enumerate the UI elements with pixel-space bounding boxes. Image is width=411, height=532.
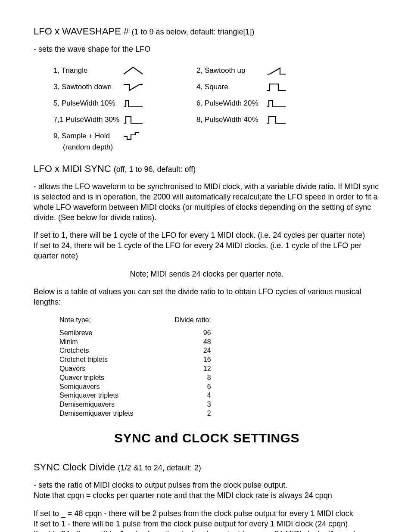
divide-ratio-table-wrap: Note type; Divide ratio; Semibreve96Mini… <box>59 315 380 418</box>
section-heading-lfo-waveshape: LFO x WAVESHAPE # (1 to 9 as below, defa… <box>34 25 380 37</box>
sync-p1b: Note that cpqn = clocks per quarter note… <box>34 491 332 500</box>
divide-ratio-cell: 6 <box>134 383 211 392</box>
divide-ratio-cell: 8 <box>134 373 211 383</box>
heading-range: (1 to 9 as below, default: triangle[1]) <box>131 28 254 36</box>
heading-range: (1/2 &1 to 24, default: 2) <box>118 464 201 472</box>
document-page: LFO x WAVESHAPE # (1 to 9 as below, defa… <box>0 0 411 532</box>
heading-main: LFO x WAVESHAPE # <box>34 26 131 37</box>
divide-ratio-cell: 16 <box>134 355 211 364</box>
pulsewidth-10-icon <box>122 99 148 108</box>
note-type-cell: Demisemiquavers <box>59 400 134 409</box>
table-row: Quavers12 <box>59 364 211 373</box>
table-row: Demisemiquavers3 <box>59 400 211 409</box>
pulsewidth-40-icon <box>265 115 291 124</box>
wave-label: 2, Sawtooth up <box>196 66 265 75</box>
table-row: Crotchets24 <box>59 346 211 355</box>
heading-range: (off, 1 to 96, default: off) <box>114 165 196 174</box>
waveshape-row: 9, Sample + Hold <box>53 128 380 144</box>
divide-ratio-cell: 4 <box>134 391 211 400</box>
note-type-cell: Crotchets <box>59 346 134 355</box>
midisync-table-intro: Below is a table of values you can set t… <box>34 287 380 308</box>
note-type-cell: Quavers <box>59 364 134 373</box>
heading-main: LFO x MIDI SYNC <box>34 163 114 174</box>
table-header-divide-ratio: Divide ratio; <box>134 315 211 329</box>
midisync-p2a: If set to 1, there will be 1 cycle of th… <box>34 231 365 240</box>
sawtooth-up-icon <box>265 66 291 75</box>
note-type-cell: Crotchet triplets <box>59 355 134 364</box>
sync-settings-title: SYNC and CLOCK SETTINGS <box>34 429 380 447</box>
waveshape-grid: 1, Triangle 2, Sawtooth up 3, Sawtooth d… <box>53 62 380 152</box>
divide-ratio-table: Note type; Divide ratio; Semibreve96Mini… <box>59 315 211 418</box>
wave-label: 7,1 PulseWidth 30% <box>53 115 122 124</box>
wave-label: 6, PulseWidth 20% <box>196 99 265 108</box>
note-type-cell: Semiquaver triplets <box>59 391 134 400</box>
divide-ratio-cell: 2 <box>134 409 211 418</box>
wave-label: 3, Sawtooth down <box>53 82 122 92</box>
wave-label: 4, Square <box>196 82 265 92</box>
divide-ratio-cell: 96 <box>134 329 211 338</box>
waveshape-desc: - sets the wave shape for the LFO <box>34 44 380 55</box>
sync-p2b: If set to 1 - there will be 1 pulse from… <box>34 520 348 528</box>
divide-ratio-cell: 48 <box>134 338 211 347</box>
table-header-note-type: Note type; <box>59 315 134 329</box>
sync-p1a: - sets the ratio of MIDI clocks to outpu… <box>34 481 287 489</box>
wave-label: 9, Sample + Hold <box>53 131 122 141</box>
waveshape-row: 3, Sawtooth down 4, Square <box>53 79 380 95</box>
midisync-p2b: If set to 24, there will be 1 cycle of t… <box>34 241 361 260</box>
note-type-cell: Semibreve <box>59 329 134 338</box>
midisync-p1: - allows the LFO waveform to be synchron… <box>34 182 380 223</box>
wave-sublabel: (random depth) <box>63 143 380 152</box>
square-wave-icon <box>265 82 291 92</box>
sync-p2c: If set to 24 - there will be 1 pulse fro… <box>34 529 356 532</box>
sample-hold-icon <box>122 131 148 141</box>
note-type-cell: Semiquavers <box>59 383 134 392</box>
waveshape-row: 7,1 PulseWidth 30% 8, PulseWidth 40% <box>53 112 380 128</box>
sync-p2a: If set to _ = 48 cpqn - there will be 2 … <box>34 509 353 518</box>
table-row: Semiquaver triplets4 <box>59 391 211 400</box>
divide-ratio-cell: 12 <box>134 364 211 373</box>
wave-label: 1, Triangle <box>53 66 122 75</box>
note-type-cell: Demisemiquaver triplets <box>59 409 134 418</box>
note-type-cell: Quaver triplets <box>59 373 134 383</box>
sawtooth-down-icon <box>122 82 148 92</box>
wave-label: 8, PulseWidth 40% <box>196 115 265 124</box>
table-row: Crotchet triplets16 <box>59 355 211 364</box>
heading-main: SYNC Clock Divide <box>34 462 118 473</box>
table-row: Quaver triplets8 <box>59 373 211 383</box>
divide-ratio-cell: 24 <box>134 346 211 355</box>
divide-ratio-cell: 3 <box>134 400 211 409</box>
wave-label: 5, PulseWidth 10% <box>53 99 122 108</box>
table-row: Semiquavers6 <box>59 383 211 392</box>
pulsewidth-20-icon <box>265 99 291 108</box>
midisync-note: Note; MIDI sends 24 clocks per quarter n… <box>34 269 380 280</box>
sync-p1: - sets the ratio of MIDI clocks to outpu… <box>34 480 380 501</box>
section-heading-sync-clock-divide: SYNC Clock Divide (1/2 &1 to 24, default… <box>34 461 380 473</box>
table-row: Demisemiquaver triplets2 <box>59 409 211 418</box>
table-row: Minim48 <box>59 338 211 347</box>
waveshape-row: 5, PulseWidth 10% 6, PulseWidth 20% <box>53 95 380 112</box>
waveshape-row: 1, Triangle 2, Sawtooth up <box>53 62 380 79</box>
note-type-cell: Minim <box>59 338 134 347</box>
triangle-wave-icon <box>122 66 148 75</box>
section-heading-lfo-midisync: LFO x MIDI SYNC (off, 1 to 96, default: … <box>34 162 380 175</box>
sync-p2: If set to _ = 48 cpqn - there will be 2 … <box>34 509 380 532</box>
table-row: Semibreve96 <box>59 329 211 338</box>
midisync-p2: If set to 1, there will be 1 cycle of th… <box>34 230 380 261</box>
divide-ratio-tbody: Semibreve96Minim48Crotchets24Crotchet tr… <box>59 329 211 418</box>
pulsewidth-30-icon <box>122 115 148 124</box>
